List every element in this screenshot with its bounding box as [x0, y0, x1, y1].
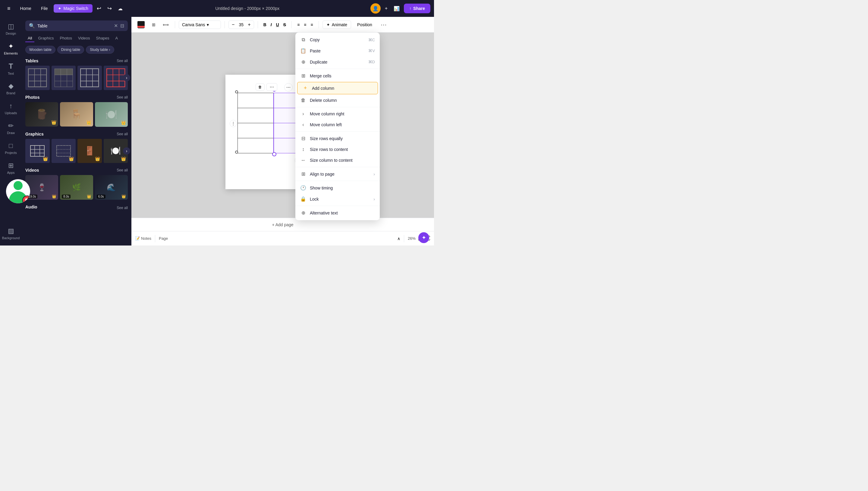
tab-all[interactable]: All [25, 35, 34, 42]
table-thumb-1[interactable] [25, 66, 50, 90]
table-cell-r1c1[interactable] [238, 93, 274, 108]
tab-more[interactable]: A [113, 35, 120, 42]
table-cell-r4c1[interactable] [238, 138, 274, 153]
menu-item-move-column-right[interactable]: › Move column right [296, 109, 380, 119]
redo-btn[interactable]: ↪ [106, 3, 114, 13]
sidebar-item-design[interactable]: ◫ Design [1, 19, 21, 38]
stretch-btn[interactable]: ⟺ [160, 21, 171, 28]
graphics-see-all-btn[interactable]: See all [117, 132, 128, 136]
menu-item-paste[interactable]: 📋 Paste ⌘V [296, 45, 380, 56]
font-selector[interactable]: Canva Sans ▾ [179, 21, 221, 29]
share-btn[interactable]: ↑ Share [404, 4, 430, 13]
table-thumb-3[interactable] [78, 66, 102, 90]
video-thumb-1[interactable]: 🍷 19.0s 👑 [25, 175, 58, 200]
chart-btn[interactable]: 📊 [392, 4, 401, 13]
table-cell-r3c1[interactable] [238, 123, 274, 138]
video-thumb-3[interactable]: 🌊 6.0s 👑 [95, 175, 128, 200]
photo-thumb-1[interactable]: 🪵 👑 [25, 102, 58, 127]
menu-item-alternative-text[interactable]: ⊕ Alternative text [296, 207, 380, 219]
tables-see-all-btn[interactable]: See all [117, 59, 128, 63]
photo-thumb-3[interactable]: 🍽️ 👑 [95, 102, 128, 127]
video-thumb-2[interactable]: 🌿 8.0s 👑 [60, 175, 93, 200]
animate-btn[interactable]: ✦ Animate [323, 21, 351, 29]
menu-item-move-column-left[interactable]: ‹ Move column left [296, 119, 380, 130]
graphic-thumb-1[interactable]: 👑 [25, 139, 50, 163]
tab-photos[interactable]: Photos [57, 35, 74, 42]
add-page-btn[interactable]: + Add page [272, 222, 293, 227]
menu-icon-btn[interactable]: ≡ [4, 4, 14, 13]
column-resize-bottom[interactable] [272, 152, 276, 156]
menu-item-merge-cells[interactable]: ⊞ Merge cells [296, 70, 380, 81]
font-size-increase-btn[interactable]: + [247, 21, 252, 28]
sidebar-item-apps[interactable]: ⊞ Apps [1, 158, 21, 178]
menu-item-copy[interactable]: ⧉ Copy ⌘C [296, 34, 380, 45]
align-center-btn[interactable]: ≡ [302, 21, 308, 28]
chip-wooden-table[interactable]: Wooden table [25, 46, 55, 54]
handle-bl[interactable] [235, 151, 238, 154]
table-cell-r2c1[interactable] [238, 108, 274, 123]
more-actions-top-btn[interactable]: ⋯ [267, 83, 277, 91]
magic-circle-btn[interactable]: ✦ [418, 232, 429, 243]
menu-item-show-timing[interactable]: 🕐 Show timing [296, 182, 380, 193]
menu-item-lock[interactable]: 🔒 Lock › [296, 193, 380, 205]
delete-row-btn[interactable]: 🗑 [256, 83, 264, 91]
align-left-btn[interactable]: ≡ [296, 21, 301, 28]
underline-btn[interactable]: U [274, 21, 281, 28]
add-collaborator-btn[interactable]: + [383, 4, 389, 13]
cloud-btn[interactable]: ☁ [116, 4, 124, 13]
row-dots-btn[interactable]: ⋮ [230, 120, 237, 127]
chip-dining-table[interactable]: Dining table [57, 46, 84, 54]
sidebar-item-draw[interactable]: ✏ Draw [1, 119, 21, 138]
menu-item-size-rows-equally[interactable]: ⊟ Size rows equally [296, 133, 380, 144]
menu-item-size-rows-content[interactable]: ↕ Size rows to content [296, 144, 380, 155]
table-thumb-2[interactable] [52, 66, 76, 90]
sidebar-item-projects[interactable]: □ Projects [1, 139, 21, 158]
sidebar-item-uploads[interactable]: ↑ Uploads [1, 99, 21, 118]
menu-item-align-to-page[interactable]: ⊞ Align to page › [296, 168, 380, 179]
zoom-btn[interactable]: 26% [408, 236, 416, 241]
photos-see-all-btn[interactable]: See all [117, 95, 128, 99]
strikethrough-btn[interactable]: S [281, 21, 288, 28]
audio-see-all-btn[interactable]: See all [117, 206, 128, 210]
graphic-thumb-3[interactable]: 🚪 👑 [78, 139, 102, 163]
search-filter-btn[interactable]: ⊟ [120, 23, 124, 29]
bold-btn[interactable]: B [261, 21, 268, 28]
more-options-btn[interactable]: ⋯ [378, 20, 390, 30]
menu-item-duplicate[interactable]: ⊕ Duplicate ⌘D [296, 56, 380, 67]
tab-graphics[interactable]: Graphics [35, 35, 56, 42]
avatar[interactable]: 👤 [370, 3, 381, 13]
sidebar-item-background[interactable]: ▨ Background [1, 224, 21, 243]
menu-item-size-column-content[interactable]: ↔ Size column to content [296, 155, 380, 166]
tables-next-btn[interactable]: › [123, 74, 130, 81]
sidebar-item-brand[interactable]: ◆ Brand [1, 79, 21, 98]
undo-btn[interactable]: ↩ [95, 3, 103, 13]
chip-study-table[interactable]: Study table › [86, 46, 114, 54]
sidebar-item-elements[interactable]: ✦ Elements [1, 39, 21, 58]
handle-tl[interactable] [235, 90, 238, 93]
hide-panel-btn[interactable]: ∧ [397, 236, 400, 241]
search-input[interactable] [37, 24, 112, 28]
record-btn[interactable] [22, 196, 30, 203]
graphics-next-btn[interactable]: › [123, 147, 130, 154]
file-btn[interactable]: File [37, 4, 52, 13]
tab-videos[interactable]: Videos [76, 35, 92, 42]
search-clear-btn[interactable]: ✕ [114, 23, 118, 29]
align-right-btn[interactable]: ≡ [309, 21, 315, 28]
notes-btn[interactable]: 📝 Notes [135, 236, 151, 241]
position-btn[interactable]: Position [354, 21, 376, 29]
photo-thumb-2[interactable]: 🪑 👑 [60, 102, 93, 127]
italic-btn[interactable]: I [269, 21, 274, 28]
grid-view-btn[interactable]: ⊞ [149, 21, 158, 28]
tab-shapes[interactable]: Shapes [93, 35, 112, 42]
color-mix-btn[interactable] [135, 20, 147, 30]
font-size-decrease-btn[interactable]: − [230, 21, 236, 28]
column-dots-btn[interactable]: ⋯ [284, 83, 292, 92]
menu-item-add-column[interactable]: + Add column [297, 82, 378, 94]
magic-switch-btn[interactable]: ✦ Magic Switch [54, 4, 92, 13]
menu-item-delete-column[interactable]: 🗑 Delete column [296, 95, 380, 106]
graphic-thumb-2[interactable]: 👑 [52, 139, 76, 163]
videos-see-all-btn[interactable]: See all [117, 168, 128, 172]
sidebar-item-text[interactable]: T Text [1, 59, 21, 78]
home-btn[interactable]: Home [17, 4, 35, 13]
font-size-value[interactable]: 35 [237, 22, 245, 27]
